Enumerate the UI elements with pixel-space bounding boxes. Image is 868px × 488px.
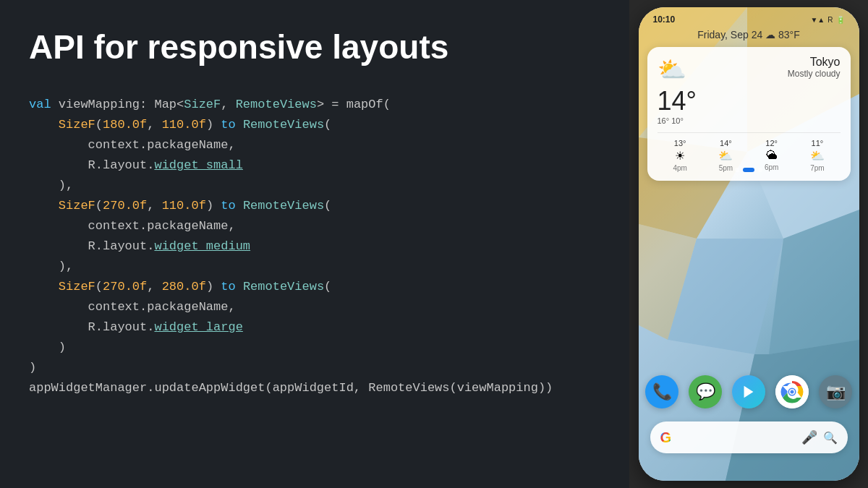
status-bar: 10:10 ▼▲ R 🔋 — [639, 7, 859, 27]
chrome-svg-icon — [775, 375, 809, 408]
current-temp: 14° — [658, 86, 697, 116]
dot-2-active — [743, 168, 754, 172]
widget-top: ⛅ 14° 16° 10° Tokyo Mostly cloudy — [658, 56, 841, 125]
weather-desc: Mostly cloudy — [788, 69, 841, 79]
page-indicator — [639, 168, 859, 172]
forecast-row: 13° ☀ 4pm 14° ⛅ 5pm 12° 🌥 6pm 11° ⛅ — [658, 132, 841, 172]
code-line-4: R.layout.widget_small — [29, 155, 600, 176]
temp-range: 16° 10° — [658, 116, 697, 125]
right-panel: 10:10 ▼▲ R 🔋 Friday, Sep 24 ☁ 83°F ⛅ 14°… — [629, 0, 868, 488]
temp-low: 16° — [658, 116, 670, 125]
forecast-temp-6pm: 12° — [749, 139, 794, 147]
code-line-15: appWidgetManager.updateAppWidget(appWidg… — [29, 378, 600, 398]
code-line-8: R.layout.widget_medium — [29, 236, 600, 257]
forecast-temp-5pm: 14° — [703, 139, 749, 147]
code-line-12: R.layout.widget_large — [29, 317, 600, 338]
widget-right: Tokyo Mostly cloudy — [788, 56, 841, 79]
status-time: 10:10 — [653, 14, 676, 25]
google-search-bar[interactable]: G 🎤 🔍 — [650, 421, 848, 453]
app-icons-dock: 📞 💬 — [639, 375, 859, 408]
code-line-1: val viewMapping: Map<SizeF, RemoteViews>… — [29, 95, 600, 115]
code-line-6: SizeF(270.0f, 110.0f) to RemoteViews( — [29, 196, 600, 216]
code-line-2: SizeF(180.0f, 110.0f) to RemoteViews( — [29, 115, 600, 135]
app-icon-phone[interactable]: 📞 — [645, 375, 678, 408]
forecast-icon-4pm: ☀ — [658, 149, 703, 163]
forecast-icon-5pm: ⛅ — [703, 149, 749, 163]
date-bar: Friday, Sep 24 ☁ 83°F — [639, 29, 859, 40]
date-text: Friday, Sep 24 ☁ 83°F — [697, 29, 800, 40]
code-line-5: ), — [29, 176, 600, 196]
app-icon-play[interactable] — [732, 375, 765, 408]
dot-1 — [735, 168, 739, 172]
weather-icon-main: ⛅ — [658, 56, 697, 83]
battery-icon: 🔋 — [836, 16, 845, 24]
keyword-val: val — [29, 98, 51, 111]
status-icons: ▼▲ R 🔋 — [810, 16, 844, 24]
code-block: val viewMapping: Map<SizeF, RemoteViews>… — [29, 95, 600, 399]
svg-marker-9 — [744, 386, 754, 398]
forecast-temp-7pm: 11° — [794, 139, 840, 147]
app-icon-chrome[interactable] — [775, 375, 809, 408]
forecast-temp-4pm: 13° — [658, 139, 703, 147]
dot-3 — [758, 168, 762, 172]
forecast-icon-7pm: ⛅ — [794, 149, 840, 163]
app-icon-messages[interactable]: 💬 — [689, 375, 722, 408]
mic-icon[interactable]: 🎤 — [801, 429, 817, 445]
svg-point-13 — [791, 390, 794, 394]
play-triangle-icon — [741, 384, 757, 400]
left-panel: API for responsive layouts val viewMappi… — [0, 0, 629, 488]
phone-mockup: 10:10 ▼▲ R 🔋 Friday, Sep 24 ☁ 83°F ⛅ 14°… — [639, 7, 859, 481]
temp-high: 10° — [671, 116, 684, 125]
code-line-3: context.packageName, — [29, 135, 600, 155]
code-line-9: ), — [29, 257, 600, 277]
slide-title: API for responsive layouts — [29, 29, 600, 66]
forecast-icon-6pm: 🌥 — [749, 149, 794, 162]
weather-widget[interactable]: ⛅ 14° 16° 10° Tokyo Mostly cloudy 13° ☀ — [647, 47, 851, 181]
code-line-13: ) — [29, 338, 600, 358]
widget-left: ⛅ 14° 16° 10° — [658, 56, 697, 125]
google-logo: G — [660, 429, 672, 446]
network-icon: R — [827, 16, 833, 24]
city-name: Tokyo — [788, 56, 841, 69]
lens-icon[interactable]: 🔍 — [823, 431, 838, 445]
code-line-10: SizeF(270.0f, 280.0f) to RemoteViews( — [29, 277, 600, 297]
code-line-7: context.packageName, — [29, 216, 600, 236]
code-line-11: context.packageName, — [29, 297, 600, 317]
app-icon-camera[interactable]: 📷 — [819, 375, 852, 408]
signal-icon: ▼▲ — [810, 16, 825, 24]
code-line-14: ) — [29, 358, 600, 378]
